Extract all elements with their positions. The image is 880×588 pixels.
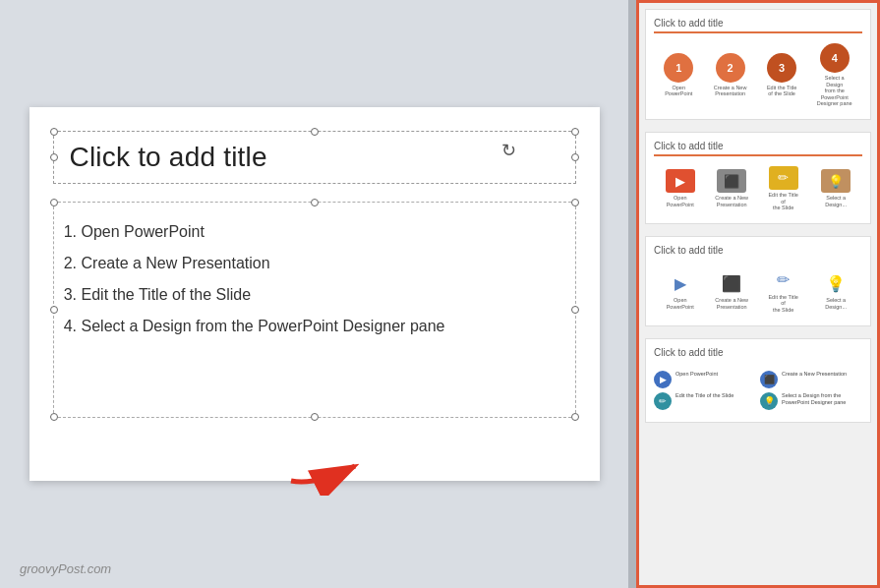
slide-thumbnail-3[interactable]: Click to add title ▶ Open PowerPoint ⬛ C… xyxy=(645,236,871,326)
outline-icon-3: ✏ xyxy=(770,268,797,292)
thumb2-label-4: Select a Design... xyxy=(818,195,853,207)
thumb3-label-2: Create a NewPresentation xyxy=(715,297,748,310)
content-handle-bl[interactable] xyxy=(50,413,58,421)
rotate-handle[interactable]: ↻ xyxy=(501,140,516,161)
handle-tr[interactable] xyxy=(571,128,579,136)
grid-icon-1: ▶ xyxy=(654,371,672,388)
content-text-box[interactable]: Open PowerPoint Create a New Presentatio… xyxy=(53,202,576,418)
box-icon-2: ⬛ xyxy=(717,169,746,193)
thumb2-item-1: ▶ Open PowerPoint xyxy=(663,169,698,207)
thumb1-item-3: 3 Edit the Titleof the Slide xyxy=(767,53,796,97)
handle-tl[interactable] xyxy=(50,128,58,136)
thumb3-item-2: ⬛ Create a NewPresentation xyxy=(715,271,748,310)
thumb2-label-1: Open PowerPoint xyxy=(663,195,698,207)
circle-4: 4 xyxy=(820,43,850,73)
thumb4-text-1: Open PowerPoint xyxy=(675,371,718,378)
thumb3-item-4: 💡 Select a Design... xyxy=(818,271,853,310)
list-item-4: Select a Design from the PowerPoint Desi… xyxy=(82,311,557,342)
outline-icon-1: ▶ xyxy=(667,271,694,295)
outline-icon-4: 💡 xyxy=(822,271,850,295)
thumb1-label-2: Create a NewPresentation xyxy=(714,85,747,97)
grid-icon-4: 💡 xyxy=(760,392,778,410)
thumb3-label-1: Open PowerPoint xyxy=(663,297,698,310)
thumb4-text-2: Create a New Presentation xyxy=(782,371,847,378)
thumb4-item-4: 💡 Select a Design from the PowerPoint De… xyxy=(760,392,862,410)
thumb1-label-4: Select a Designfrom thePowerPointDesigne… xyxy=(817,75,852,107)
thumb2-label-2: Create a NewPresentation xyxy=(715,195,748,207)
thumb1-title: Click to add title xyxy=(654,18,862,33)
thumb4-item-1: ▶ Open PowerPoint xyxy=(654,371,756,388)
thumb3-title: Click to add title xyxy=(654,245,862,259)
thumb3-item-3: ✏ Edit the Title ofthe Slide xyxy=(766,268,801,314)
panel-divider xyxy=(628,0,636,588)
box-icon-4: 💡 xyxy=(821,169,851,193)
thumb4-text-3: Edit the Title of the Slide xyxy=(675,392,733,399)
content-list: Open PowerPoint Create a New Presentatio… xyxy=(82,216,557,342)
thumb3-label-3: Edit the Title ofthe Slide xyxy=(766,294,801,314)
list-item-2: Create a New Presentation xyxy=(82,248,557,279)
circle-1: 1 xyxy=(664,53,693,83)
thumb1-item-4: 4 Select a Designfrom thePowerPointDesig… xyxy=(817,43,852,107)
thumb1-icons: 1 OpenPowerPoint 2 Create a NewPresentat… xyxy=(654,39,862,111)
thumb3-icons: ▶ Open PowerPoint ⬛ Create a NewPresenta… xyxy=(654,265,862,318)
title-text-box[interactable]: ↻ Click to add title xyxy=(53,131,576,184)
right-panel: Click to add title 1 OpenPowerPoint 2 Cr… xyxy=(636,0,880,588)
thumb1-item-2: 2 Create a NewPresentation xyxy=(714,53,747,97)
thumb4-item-3: ✏ Edit the Title of the Slide xyxy=(654,392,756,410)
content-handle-tm[interactable] xyxy=(311,199,319,206)
thumb1-label-1: OpenPowerPoint xyxy=(665,85,692,97)
box-icon-1: ▶ xyxy=(666,169,695,193)
content-handle-br[interactable] xyxy=(571,413,579,421)
thumb2-item-2: ⬛ Create a NewPresentation xyxy=(715,169,748,207)
thumb4-title: Click to add title xyxy=(654,347,862,361)
thumb2-item-3: ✏ Edit the Title ofthe Slide xyxy=(766,166,801,211)
box-icon-3: ✏ xyxy=(769,166,798,190)
handle-tm[interactable] xyxy=(311,128,319,136)
thumb4-text-4: Select a Design from the PowerPoint Desi… xyxy=(782,392,862,406)
content-handle-tl[interactable] xyxy=(50,199,58,206)
list-item-3: Edit the Title of the Slide xyxy=(82,279,557,311)
left-panel: ↻ Click to add title Open PowerPoint Cre… xyxy=(0,0,628,588)
circle-3: 3 xyxy=(767,53,796,83)
thumb2-title: Click to add title xyxy=(654,141,862,156)
grid-icon-3: ✏ xyxy=(654,392,672,410)
handle-mr[interactable] xyxy=(571,153,579,161)
thumb4-grid: ▶ Open PowerPoint ⬛ Create a New Present… xyxy=(654,367,862,414)
slide-canvas: ↻ Click to add title Open PowerPoint Cre… xyxy=(29,107,600,481)
circle-2: 2 xyxy=(716,53,745,83)
content-handle-tr[interactable] xyxy=(571,199,579,206)
list-item-1: Open PowerPoint xyxy=(82,216,557,248)
slide-thumbnail-4[interactable]: Click to add title ▶ Open PowerPoint ⬛ C… xyxy=(645,338,871,423)
grid-icon-2: ⬛ xyxy=(760,371,778,388)
thumb1-label-3: Edit the Titleof the Slide xyxy=(767,85,796,97)
content-handle-bm[interactable] xyxy=(311,413,319,421)
content-handle-mr[interactable] xyxy=(571,306,579,314)
thumb3-label-4: Select a Design... xyxy=(818,297,853,310)
content-handle-ml[interactable] xyxy=(50,306,58,314)
outline-icon-2: ⬛ xyxy=(718,271,745,295)
slide-title: Click to add title xyxy=(70,142,267,172)
slide-thumbnail-1[interactable]: Click to add title 1 OpenPowerPoint 2 Cr… xyxy=(645,9,871,120)
thumb3-item-1: ▶ Open PowerPoint xyxy=(663,271,698,310)
thumb1-item-1: 1 OpenPowerPoint xyxy=(664,53,693,97)
slide-thumbnail-2[interactable]: Click to add title ▶ Open PowerPoint ⬛ C… xyxy=(645,132,871,224)
watermark: groovyPost.com xyxy=(20,561,111,576)
handle-ml[interactable] xyxy=(50,153,58,161)
thumb2-label-3: Edit the Title ofthe Slide xyxy=(766,192,801,211)
thumb2-icons: ▶ Open PowerPoint ⬛ Create a NewPresenta… xyxy=(654,162,862,215)
thumb2-item-4: 💡 Select a Design... xyxy=(818,169,853,207)
thumb4-item-2: ⬛ Create a New Presentation xyxy=(760,371,862,388)
